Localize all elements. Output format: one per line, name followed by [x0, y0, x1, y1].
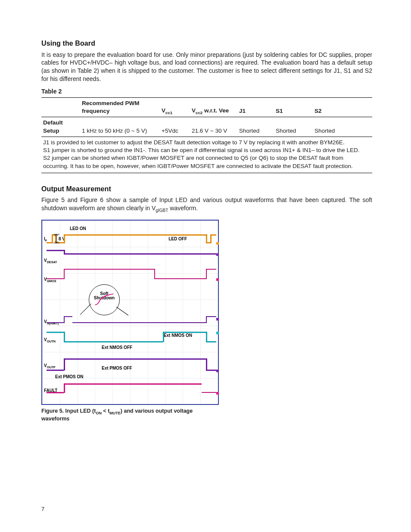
label-ext-nmos-off: Ext NMOS OFF	[102, 345, 132, 351]
zoom-soft-shutdown: SoftShutdown	[89, 284, 120, 315]
note-s2: S2 jumper can be shorted when IGBT/Power…	[43, 154, 371, 170]
figure-5: IF LED ON 8 V LED OFF VDESAT	[41, 220, 219, 423]
th-vcc1: Vcc1	[160, 98, 190, 117]
heading-output-measurement: Output Measurement	[41, 184, 372, 194]
heading-using-the-board: Using the Board	[41, 39, 372, 48]
th-s2: S2	[313, 98, 372, 117]
label-ext-pmos-off: Ext PMOS OFF	[102, 365, 132, 371]
table-header-row: Recommended PWM frequency Vcc1 Vcc2 w.r.…	[41, 98, 372, 117]
th-s1: S1	[274, 98, 313, 117]
label-vgmos: VGMOS	[44, 277, 56, 283]
label-voutp: VOUTP	[44, 363, 56, 370]
label-led-off: LED OFF	[168, 236, 187, 242]
page-number: 7	[41, 505, 44, 513]
label-ext-nmos-on: Ext NMOS ON	[164, 333, 192, 339]
label-led-on: LED ON	[70, 226, 86, 232]
td-s1: Shorted	[274, 117, 313, 137]
arrow-8v	[53, 233, 60, 245]
note-s1: S1 jumper is shorted to ground the IN1-.…	[43, 146, 371, 154]
scope-screenshot: IF LED ON 8 V LED OFF VDESAT	[41, 220, 219, 405]
td-vcc2: 21.6 V ~ 30 V	[190, 117, 237, 137]
td-vcc1: +5Vdc	[160, 117, 190, 137]
td-default-setup: Default Setup	[41, 117, 80, 137]
note-j1: J1 is provided to let customer to adjust…	[43, 139, 371, 146]
para-using-the-board: It is easy to prepare the evaluation boa…	[41, 51, 372, 84]
marker-ch2	[216, 253, 219, 256]
marker-ch5	[216, 332, 219, 334]
table-notes: J1 is provided to let customer to adjust…	[41, 137, 372, 173]
marker-ch1	[216, 242, 219, 245]
th-pwm: Recommended PWM frequency	[80, 98, 160, 117]
marker-ch3	[216, 278, 219, 281]
marker-ch6	[216, 370, 219, 372]
figure-5-caption: Figure 5. Input LED (tON < tMUTE) and va…	[41, 408, 219, 423]
label-vdesat: VDESAT	[44, 258, 57, 264]
table-label: Table 2	[41, 87, 372, 96]
th-j1: J1	[237, 98, 274, 117]
marker-ch7	[216, 392, 219, 395]
table-2: Recommended PWM frequency Vcc1 Vcc2 w.r.…	[41, 97, 372, 137]
td-pwm: 1 kHz to 50 kHz (0 ~ 5 V)	[80, 117, 160, 137]
table-row: Default Setup 1 kHz to 50 kHz (0 ~ 5 V) …	[41, 117, 372, 137]
th-vcc2: Vcc2 w.r.t. Vee	[190, 98, 237, 117]
para-output-measurement: Figure 5 and Figure 6 show a sample of I…	[41, 196, 372, 213]
marker-ch4	[216, 318, 219, 320]
th-blank	[41, 98, 80, 117]
label-voutn: VOUTN	[44, 337, 56, 344]
td-j1: Shorted	[237, 117, 274, 137]
label-ext-pmos-on: Ext PMOS ON	[55, 374, 84, 380]
td-s2: Shorted	[313, 117, 372, 137]
